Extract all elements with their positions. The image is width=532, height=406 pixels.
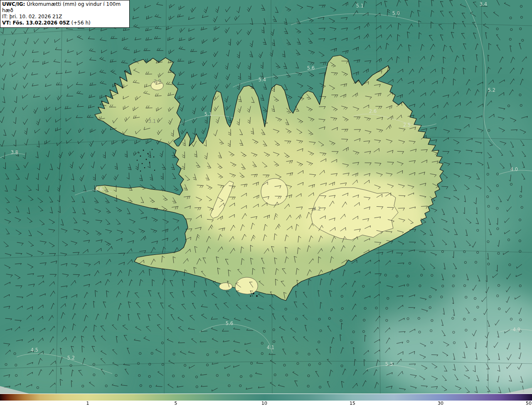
colorbar-tick-label: 10 bbox=[261, 401, 267, 406]
colorbar: 1510153050 bbox=[0, 394, 532, 406]
contour-label: 4.5 bbox=[31, 347, 38, 353]
valid-time: Fös. 13.02.2026 05Z bbox=[12, 20, 69, 26]
glacier-eyjafjallajokull bbox=[219, 283, 232, 290]
contour-label: 3.6 bbox=[95, 186, 103, 192]
contour-label: 5.1 bbox=[356, 3, 364, 9]
map-info-box: UWC/IG: Úrkomumætti (mm) og vindur í 100… bbox=[0, 0, 130, 28]
contour-label: 5.6 bbox=[226, 320, 233, 326]
contour-label: 5.0 bbox=[392, 10, 400, 16]
weather-map-svg: 5.15.03.45.65.42.95.25.13.12.62.53.84.03… bbox=[0, 0, 532, 394]
contour-label: 5.3 bbox=[385, 361, 393, 367]
model-label: UWC/IG: bbox=[2, 1, 25, 7]
weather-map-page: 5.15.03.45.65.42.95.25.13.12.62.53.84.03… bbox=[0, 0, 532, 406]
colorbar-tick-label: 15 bbox=[350, 401, 355, 406]
init-time: þri. 10. 02. 2026 21Z bbox=[9, 14, 62, 20]
contour-label: 4.2 bbox=[313, 206, 321, 212]
colorbar-tick-label: 5 bbox=[175, 401, 177, 406]
valid-offset: (+56 h) bbox=[71, 20, 91, 26]
contour-label: 4.0 bbox=[510, 166, 518, 172]
colorbar-ticks: 1510153050 bbox=[0, 394, 532, 406]
valid-label: VT: bbox=[2, 20, 11, 26]
contour-label: 4.1 bbox=[267, 345, 274, 350]
contour-label: 5.1 bbox=[204, 111, 212, 117]
colorbar-tick-label: 1 bbox=[86, 401, 89, 406]
valid-time-line: VT: Fös. 13.02.2026 05Z (+56 h) bbox=[2, 20, 127, 26]
contour-label: 3.8 bbox=[11, 149, 18, 155]
glacier-hofsjokull bbox=[261, 179, 288, 205]
init-time-line: IT: þri. 10. 02. 2026 21Z bbox=[2, 14, 127, 20]
contour-label: 2.9 bbox=[154, 78, 161, 84]
title-line: UWC/IG: Úrkomumætti (mm) og vindur í 100… bbox=[2, 1, 127, 14]
contour-label: 5.4 bbox=[259, 77, 266, 83]
colorbar-tick-label: 30 bbox=[438, 401, 443, 406]
init-label: IT: bbox=[2, 14, 8, 20]
contour-label: 5.2 bbox=[67, 355, 75, 361]
contour-label: 4.9 bbox=[513, 327, 520, 333]
contour-label: 5.6 bbox=[307, 65, 315, 71]
contour-label: 3.1 bbox=[148, 118, 156, 124]
contour-label: 5.2 bbox=[488, 87, 495, 93]
colorbar-tick-label: 50 bbox=[526, 401, 532, 406]
contour-label: 3.4 bbox=[480, 1, 487, 7]
contour-label: 2.5 bbox=[403, 122, 411, 128]
contour-label: 2.6 bbox=[369, 108, 377, 114]
